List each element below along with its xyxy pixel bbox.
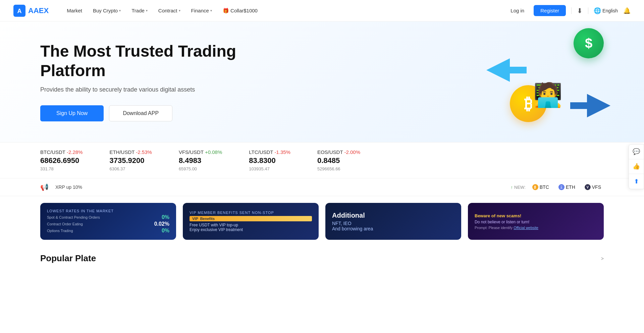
download-app-button[interactable]: Download APP	[109, 105, 172, 121]
new-arrow-icon: ↑	[511, 185, 513, 190]
ticker-eos[interactable]: EOS/USDT -2.00% 0.8485 5296656.66	[317, 149, 360, 171]
buy-crypto-arrow: ▾	[119, 9, 121, 12]
ticker-eos-vol: 5296656.66	[317, 166, 360, 171]
hero-title: The Most Trusted Trading Platform	[40, 42, 275, 80]
ticker-eos-pair: EOS/USDT -2.00%	[317, 149, 360, 155]
ticker-vfs-vol: 65975.00	[179, 166, 222, 171]
eth-label: ETH	[566, 184, 575, 190]
ticker-eos-change: -2.00%	[344, 149, 360, 155]
nav-trade[interactable]: Trade ▾	[127, 6, 152, 15]
btc-new-tag[interactable]: ₿ BTC	[530, 183, 552, 191]
nav-contract[interactable]: Contract ▾	[154, 6, 185, 15]
nav-finance[interactable]: Finance ▾	[186, 6, 217, 15]
ticker-eth-price: 3735.9200	[109, 156, 152, 165]
nav-links: Market Buy Crypto ▾ Trade ▾ Contract ▾ F…	[62, 6, 506, 16]
ticker-vfs-pair: VFS/USDT +0.08%	[179, 149, 222, 155]
language-label: English	[602, 8, 618, 13]
promo-rates-line3: Options Trading	[47, 229, 73, 233]
promo-security-line2: Prompt: Please identify Official website	[475, 226, 597, 230]
popular-header: Popular Plate >	[40, 253, 604, 267]
promo-vip-line1: Free USDT with VIP top-up	[190, 223, 312, 227]
nav-right: Log in Register ⬇ 🌐 English 🔔	[506, 5, 631, 16]
promo-card-security[interactable]: Beware of new scams! Do not believe or l…	[468, 203, 604, 240]
promo-rates-num1: 0%	[162, 214, 169, 220]
language-selector[interactable]: 🌐 English	[594, 7, 618, 14]
popular-title: Popular Plate	[40, 253, 96, 264]
globe-icon: 🌐	[594, 7, 601, 14]
hero-section: The Most Trusted Trading Platform Provid…	[0, 21, 644, 142]
speaker-icon: 📢	[40, 183, 49, 191]
arrow-left-icon	[486, 58, 527, 83]
logo[interactable]: A AAEX	[13, 5, 49, 17]
promo-rates-tag: Lowest rates in the market	[47, 209, 169, 213]
ticker-ltc-pair: LTC/USDT -1.35%	[249, 149, 290, 155]
ticker-btc[interactable]: BTC/USDT -2.28% 68626.6950 331.78	[40, 149, 83, 171]
notification-bell[interactable]: 🔔	[623, 7, 631, 14]
eth-new-tag[interactable]: Ξ ETH	[556, 183, 578, 191]
new-label: ↑ NEW:	[511, 185, 526, 190]
dollar-coin-illustration: $	[574, 28, 604, 58]
promo-card-rates[interactable]: Lowest rates in the market Spot & Contra…	[40, 203, 176, 240]
trade-arrow: ▾	[146, 9, 148, 12]
nav-divider-2	[588, 7, 588, 14]
ticker-ltc-change: -1.35%	[274, 149, 290, 155]
nav-market[interactable]: Market	[62, 6, 87, 15]
floating-sidebar: 💬 👍 ⬆	[629, 144, 644, 189]
ticker-btc-change: -2.28%	[67, 149, 83, 155]
ticker-bar: BTC/USDT -2.28% 68626.6950 331.78 ETH/US…	[0, 142, 644, 178]
nav-buy-crypto[interactable]: Buy Crypto ▾	[88, 6, 125, 15]
login-button[interactable]: Log in	[506, 6, 528, 15]
marquee-right: ↑ NEW: ₿ BTC Ξ ETH V VFS	[511, 183, 604, 191]
finance-arrow: ▾	[210, 9, 212, 12]
person-figure: 🧑‍💻	[533, 81, 562, 109]
ticker-ltc-price: 83.8300	[249, 156, 290, 165]
popular-more-arrow: >	[601, 256, 604, 261]
vfs-dot: V	[585, 184, 591, 190]
promo-additional-line1: NFT, IEO	[332, 221, 454, 226]
promo-security-line1: Do not believe or listen or turn!	[475, 220, 597, 224]
official-website-link[interactable]: Official website	[514, 226, 538, 230]
promo-card-vip[interactable]: VIP member benefits sent non-stop VIP Be…	[183, 203, 319, 240]
eth-dot: Ξ	[558, 184, 565, 190]
promo-rates-num2: 0.02%	[154, 221, 169, 227]
vfs-label: VFS	[592, 184, 601, 190]
ticker-eth-pair: ETH/USDT -2.53%	[109, 149, 152, 155]
ticker-vfs[interactable]: VFS/USDT +0.08% 8.4983 65975.00	[179, 149, 222, 171]
btc-dot: ₿	[532, 184, 538, 190]
hero-illustration: ₿ $ 🧑‍💻	[483, 28, 610, 135]
vip-badge: VIP Benefits	[190, 216, 312, 221]
promo-security-title: Beware of new scams!	[475, 213, 597, 218]
ticker-btc-vol: 331.78	[40, 166, 83, 171]
promo-card-additional[interactable]: Additional NFT, IEO And borrowing area	[325, 203, 461, 240]
nav-collar[interactable]: 🎁 Collar$1000	[218, 6, 262, 16]
vfs-new-tag[interactable]: V VFS	[582, 183, 604, 191]
ticker-btc-price: 68626.6950	[40, 156, 83, 165]
svg-marker-2	[486, 58, 527, 82]
popular-section: Popular Plate >	[0, 246, 644, 267]
register-button[interactable]: Register	[534, 5, 566, 16]
popular-more-button[interactable]: >	[601, 256, 604, 261]
navbar: A AAEX Market Buy Crypto ▾ Trade ▾ Contr…	[0, 0, 644, 21]
ticker-eth[interactable]: ETH/USDT -2.53% 3735.9200 6306.37	[109, 149, 152, 171]
promo-section: Lowest rates in the market Spot & Contra…	[0, 196, 644, 246]
scroll-top-button[interactable]: ⬆	[629, 174, 644, 189]
ticker-vfs-change: +0.08%	[205, 149, 222, 155]
signup-button[interactable]: Sign Up Now	[40, 105, 104, 121]
download-icon[interactable]: ⬇	[577, 7, 583, 15]
marquee-bar: 📢 XRP up 10% ↑ NEW: ₿ BTC Ξ ETH V VFS	[0, 178, 644, 196]
ticker-eos-price: 0.8485	[317, 156, 360, 165]
ticker-ltc-vol: 103935.47	[249, 166, 290, 171]
ticker-btc-pair: BTC/USDT -2.28%	[40, 149, 83, 155]
chat-button[interactable]: 💬	[629, 145, 644, 159]
promo-rates-num3: 0%	[162, 228, 169, 234]
like-button[interactable]: 👍	[629, 159, 644, 174]
ticker-vfs-price: 8.4983	[179, 156, 222, 165]
btc-label: BTC	[540, 184, 549, 190]
marquee-text: XRP up 10%	[55, 184, 504, 190]
promo-rates-line2: Contract Order Eating	[47, 222, 83, 226]
hero-subtitle: Provides the ability to securely trade v…	[40, 86, 275, 93]
ticker-ltc[interactable]: LTC/USDT -1.35% 83.8300 103935.47	[249, 149, 290, 171]
promo-additional-line2: And borrowing area	[332, 226, 454, 231]
arrow-right-icon	[570, 94, 610, 119]
promo-vip-line2: Enjoy exclusive VIP treatment	[190, 227, 312, 232]
